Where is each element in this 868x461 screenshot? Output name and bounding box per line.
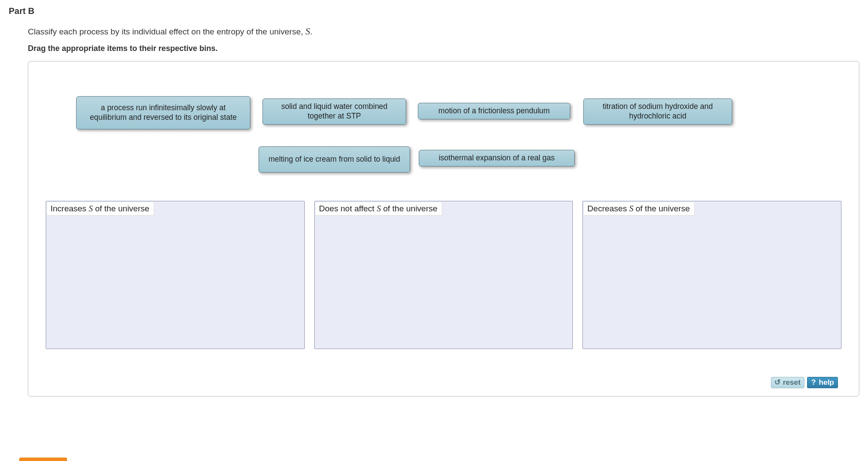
reset-icon: ↺ [774, 378, 781, 387]
drag-item-solid-liquid-water[interactable]: solid and liquid water combined together… [262, 98, 406, 125]
chip-label: solid and liquid water combined together… [268, 102, 400, 121]
chip-label: titration of sodium hydroxide and hydroc… [589, 102, 727, 121]
workspace-footer: ↺ reset ? help [771, 377, 838, 388]
bin-decreases-s[interactable]: Decreases S of the universe [582, 201, 841, 349]
bin-label-var: S [377, 204, 381, 213]
prompt-text-post: . [310, 27, 313, 36]
bin-label-var: S [629, 204, 633, 213]
part-title: Part B [9, 6, 859, 16]
drag-item-isothermal-expansion[interactable]: isothermal expansion of a real gas [419, 150, 575, 166]
help-icon: ? [810, 378, 817, 387]
bin-label-post: of the universe [93, 204, 149, 213]
bin-label-no-effect: Does not affect S of the universe [316, 202, 442, 216]
bin-label-pre: Does not affect [319, 204, 377, 213]
drag-item-melting-ice-cream[interactable]: melting of ice cream from solid to liqui… [259, 146, 410, 173]
chip-label: motion of a frictionless pendulum [438, 106, 550, 116]
bin-label-post: of the universe [381, 204, 437, 213]
chip-label: a process run infinitesimally slowly at … [82, 103, 245, 122]
question-prompt: Classify each process by its individual … [28, 26, 859, 37]
drag-drop-workspace: a process run infinitesimally slowly at … [28, 61, 859, 397]
reset-label: reset [783, 378, 801, 387]
draggable-items-area: a process run infinitesimally slowly at … [28, 61, 859, 192]
bin-label-increases: Increases S of the universe [47, 202, 154, 216]
bin-increases-s[interactable]: Increases S of the universe [46, 201, 305, 349]
help-button[interactable]: ? help [807, 377, 838, 388]
bin-label-post: of the universe [633, 204, 690, 213]
chip-label: isothermal expansion of a real gas [439, 153, 555, 163]
bin-label-var: S [89, 204, 93, 213]
chip-label: melting of ice cream from solid to liqui… [269, 155, 400, 164]
reset-button[interactable]: ↺ reset [771, 377, 804, 388]
prompt-variable: S [306, 26, 310, 37]
drag-instruction: Drag the appropriate items to their resp… [28, 44, 859, 53]
bin-label-pre: Decreases [587, 204, 629, 213]
help-label: help [819, 378, 834, 387]
drag-item-process-reversed[interactable]: a process run infinitesimally slowly at … [76, 96, 250, 129]
bin-label-pre: Increases [50, 204, 89, 213]
drop-bins-row: Increases S of the universe Does not aff… [28, 201, 859, 349]
bin-label-decreases: Decreases S of the universe [584, 202, 695, 216]
drag-item-titration[interactable]: titration of sodium hydroxide and hydroc… [583, 98, 732, 125]
prompt-text-pre: Classify each process by its individual … [28, 27, 306, 36]
bin-no-effect-s[interactable]: Does not affect S of the universe [314, 201, 573, 349]
drag-item-frictionless-pendulum[interactable]: motion of a frictionless pendulum [418, 103, 570, 119]
